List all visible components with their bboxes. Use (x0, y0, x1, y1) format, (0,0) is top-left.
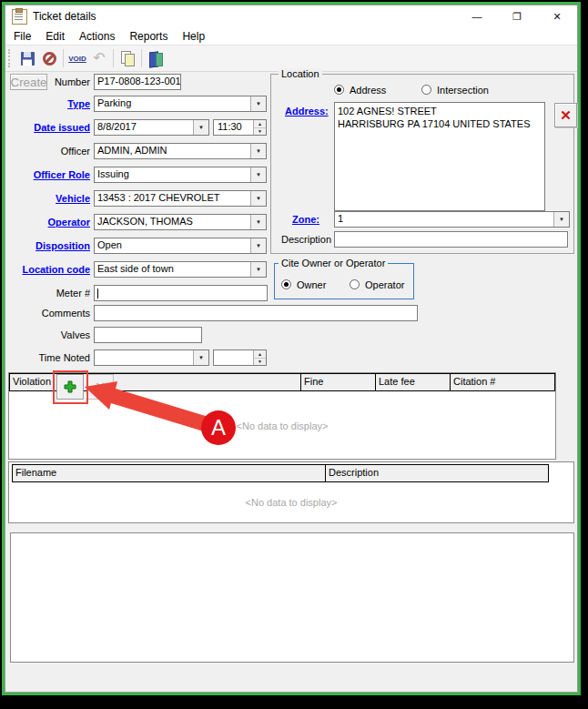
void-button[interactable]: VOID (66, 47, 88, 69)
copy-icon (120, 51, 135, 66)
meter-input[interactable] (94, 285, 268, 301)
date-issued-select[interactable]: 8/8/2017▼ (94, 119, 209, 136)
menu-reports[interactable]: Reports (122, 28, 175, 45)
date-issued-value: 8/8/2017 (97, 121, 137, 132)
owner-radio[interactable] (281, 279, 291, 289)
officer-role-link-label[interactable]: Officer Role (5, 169, 90, 180)
void-text-icon: VOID (68, 55, 86, 63)
operator-radio-label[interactable]: Operator (365, 279, 404, 290)
files-header-row: Filename Description (12, 464, 549, 482)
time-issued-spinner[interactable]: 11:30▲▼ (213, 119, 267, 136)
close-button[interactable]: ✕ (537, 5, 577, 27)
officer-label: Officer (5, 146, 90, 157)
menu-file[interactable]: File (6, 28, 38, 45)
menu-actions[interactable]: Actions (72, 28, 122, 45)
spin-up-icon[interactable]: ▲ (253, 120, 266, 128)
filename-column-header[interactable]: Filename (13, 465, 326, 481)
location-code-link-label[interactable]: Location code (5, 264, 90, 275)
clear-address-button[interactable]: ✕ (554, 103, 577, 127)
cancel-button[interactable] (38, 47, 60, 69)
disposition-link-label[interactable]: Disposition (5, 240, 90, 251)
files-empty-text: <No data to display> (9, 497, 573, 508)
chevron-down-icon[interactable]: ▼ (250, 96, 266, 111)
meter-label: Meter # (5, 288, 90, 299)
save-button[interactable] (16, 47, 38, 69)
number-input[interactable]: P17-0808-123-001 (94, 74, 181, 90)
operator-link-label[interactable]: Operator (5, 217, 90, 228)
chevron-down-icon[interactable]: ▼ (193, 350, 208, 365)
chevron-down-icon[interactable]: ▼ (250, 262, 266, 277)
notes-textarea[interactable] (10, 532, 574, 663)
type-select[interactable]: Parking▼ (94, 96, 267, 112)
chevron-down-icon[interactable]: ▼ (553, 212, 569, 227)
chevron-down-icon[interactable]: ▼ (250, 144, 266, 158)
chevron-down-icon[interactable]: ▼ (250, 238, 266, 253)
officer-select[interactable]: ADMIN, ADMIN▼ (94, 143, 267, 159)
location-group-label: Location (279, 68, 322, 79)
location-code-value: East side of town (97, 263, 174, 274)
operator-select[interactable]: JACKSON, THOMAS▼ (94, 214, 267, 230)
address-radio[interactable] (334, 85, 344, 95)
chevron-down-icon[interactable]: ▼ (193, 120, 208, 135)
cancel-icon (43, 52, 56, 66)
toolbar-separator (63, 49, 64, 67)
vehicle-link-label[interactable]: Vehicle (5, 193, 90, 204)
type-link-label[interactable]: Type (5, 98, 90, 109)
title-bar: Ticket details — ❐ ✕ (5, 5, 577, 27)
spin-down-icon[interactable]: ▼ (253, 128, 266, 136)
location-code-select[interactable]: East side of town▼ (94, 261, 267, 278)
vehicle-select[interactable]: 13453 : 2017 CHEVROLET▼ (94, 190, 267, 207)
date-issued-link-label[interactable]: Date issued (5, 122, 90, 133)
address-textarea[interactable]: 102 AGNES! STREET HARRISBURG PA 17104 UN… (334, 102, 545, 211)
time-noted-label: Time Noted (5, 352, 90, 363)
comments-input[interactable] (94, 305, 418, 321)
violations-grid: Violation Fine Late fee Citation # ✕ <No… (8, 372, 556, 460)
copy-button[interactable] (117, 47, 138, 69)
officer-role-select[interactable]: Issuing▼ (94, 167, 267, 183)
type-value: Parking (97, 97, 131, 108)
toolbar-grip (8, 49, 13, 67)
files-grid: Filename Description <No data to display… (8, 461, 574, 523)
spin-down-icon[interactable]: ▼ (253, 359, 266, 366)
exit-door-icon (148, 52, 163, 66)
vehicle-value: 13453 : 2017 CHEVROLET (97, 192, 220, 203)
description-column-header[interactable]: Description (326, 465, 548, 481)
zone-link-label[interactable]: Zone: (292, 214, 319, 225)
menu-bar: File Edit Actions Reports Help (5, 27, 577, 45)
time-noted-select[interactable]: ▼ (94, 349, 209, 366)
spin-up-icon[interactable]: ▲ (253, 350, 266, 359)
toolbar-separator (113, 49, 114, 67)
app-clipboard-icon (12, 9, 27, 25)
owner-radio-label[interactable]: Owner (297, 279, 326, 290)
exit-button[interactable] (145, 47, 167, 69)
zone-value: 1 (338, 213, 343, 224)
chevron-down-icon[interactable]: ▼ (250, 167, 266, 182)
zone-select[interactable]: 1▼ (334, 211, 570, 228)
fine-column-header[interactable]: Fine (301, 374, 376, 390)
intersection-radio-label[interactable]: Intersection (437, 85, 489, 96)
undo-button[interactable]: ↶ (88, 47, 110, 69)
time-noted-spinner[interactable]: ▲▼ (213, 349, 267, 366)
operator-value: JACKSON, THOMAS (97, 216, 193, 227)
disposition-select[interactable]: Open▼ (94, 238, 267, 254)
create-button[interactable]: Create (10, 74, 47, 90)
intersection-radio[interactable] (421, 85, 431, 95)
address-link-label[interactable]: Address: (285, 106, 329, 116)
operator-radio[interactable] (350, 279, 360, 289)
delete-violation-button[interactable]: ✕ (86, 374, 114, 400)
chevron-down-icon[interactable]: ▼ (250, 191, 266, 206)
valves-input[interactable] (94, 327, 202, 343)
menu-edit[interactable]: Edit (38, 28, 72, 45)
red-x-icon: ✕ (560, 107, 572, 124)
description-input[interactable] (334, 231, 568, 248)
citation-column-header[interactable]: Citation # (451, 374, 554, 390)
address-radio-label[interactable]: Address (350, 85, 386, 96)
maximize-button[interactable]: ❐ (497, 5, 537, 27)
ticket-details-window: Ticket details — ❐ ✕ File Edit Actions R… (2, 2, 581, 695)
late-fee-column-header[interactable]: Late fee (376, 374, 451, 390)
chevron-down-icon[interactable]: ▼ (250, 215, 266, 229)
gray-x-icon: ✕ (95, 380, 106, 394)
window-title: Ticket details (33, 10, 96, 23)
minimize-button[interactable]: — (457, 5, 497, 27)
menu-help[interactable]: Help (175, 28, 212, 45)
